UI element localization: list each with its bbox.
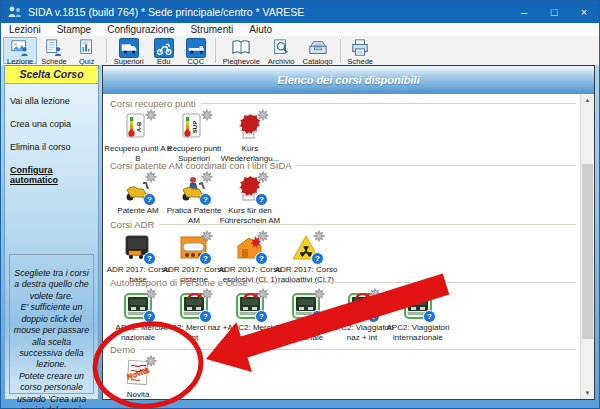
section-rule xyxy=(297,165,576,166)
course-item[interactable]: Kurs Wiedererlangu... xyxy=(222,112,278,163)
catalog-drawer-icon xyxy=(308,39,328,57)
toolbar-button-archivio[interactable]: Archivio xyxy=(264,37,299,64)
course-item[interactable]: ? Pratica Patente AM xyxy=(166,174,222,225)
course-item[interactable]: ? Patente AM xyxy=(110,174,166,225)
question-badge-icon: ? xyxy=(199,252,212,265)
gear-icon xyxy=(425,286,437,298)
section-rule xyxy=(253,282,576,283)
scooter-course-icon: ? xyxy=(123,174,153,204)
menu-item-aiuto[interactable]: Aiuto xyxy=(241,24,280,35)
gear-icon xyxy=(257,286,269,298)
toolbar-button-pieghevole[interactable]: Pieghevole xyxy=(219,37,264,64)
course-item[interactable]: ? Kurs für den Führerschein AM xyxy=(222,174,278,225)
course-item[interactable]: ? APC2: Viaggiatori naz + int xyxy=(334,291,390,342)
section-corsi-patente-am: Corsi patente AM coordinati con i libri … xyxy=(110,160,576,225)
app-icon xyxy=(7,5,23,19)
question-badge-icon: ? xyxy=(255,252,268,265)
question-badge-icon: ? xyxy=(255,193,268,206)
scrollbar[interactable]: ▲ ▼ xyxy=(580,94,594,399)
toolbar-button-cqc[interactable]: CQC xyxy=(180,37,212,64)
toolbar-button-superiori[interactable]: Superiori xyxy=(110,37,148,64)
adr-radioattivi-icon: ? xyxy=(291,233,321,263)
menu-item-configurazione[interactable]: Configurazione xyxy=(99,24,182,35)
menu-item-stampe[interactable]: Stampe xyxy=(49,24,99,35)
gear-icon xyxy=(257,169,269,181)
toolbar-button-edu[interactable]: Edu xyxy=(148,37,180,64)
question-badge-icon: ? xyxy=(423,310,436,323)
question-badge-icon: ? xyxy=(143,252,156,265)
window-title: SIDA v.1815 (build 764) * Sede principal… xyxy=(28,6,509,18)
sidebar-link-vai-alla-lezione[interactable]: Vai alla lezione xyxy=(5,96,98,119)
quiz-icon xyxy=(78,39,96,57)
app-window: SIDA v.1815 (build 764) * Sede principal… xyxy=(0,0,600,409)
novita-icon: Novità xyxy=(123,358,153,388)
maximize-button[interactable]: □ xyxy=(539,1,569,23)
svg-text:SUP: SUP xyxy=(192,121,198,133)
sidebar-link-configura-automatico[interactable]: Configura automatico xyxy=(5,165,98,198)
scroll-up-icon[interactable]: ▲ xyxy=(581,94,594,106)
scroll-down-icon[interactable]: ▼ xyxy=(581,387,594,399)
cards-icon xyxy=(45,39,63,57)
toolbar-button-lezione[interactable]: Lezione xyxy=(3,37,37,64)
sidebar-link-crea-una-copia[interactable]: Crea una copia xyxy=(5,119,98,142)
gear-icon xyxy=(145,286,157,298)
menu-item-strumenti[interactable]: Strumenti xyxy=(182,24,241,35)
sidebar: Scelta Corso Vai alla lezione Crea una c… xyxy=(4,65,99,400)
course-item[interactable]: A-B Recupero punti A e B xyxy=(110,112,166,163)
toolbar-button-quiz[interactable]: Quiz xyxy=(71,37,103,64)
section-title: Demo xyxy=(110,344,135,355)
gear-icon xyxy=(313,286,325,298)
lesson-icon xyxy=(11,39,29,57)
section-title: Autotrasporto di Persone e Cose xyxy=(110,277,248,288)
section-rule xyxy=(201,103,576,104)
course-item[interactable]: SUP Recupero punti Superiori xyxy=(166,112,222,163)
section-demo: Demo Novità Novità xyxy=(110,344,576,399)
eagle-course-icon xyxy=(235,112,265,142)
toolbar-button-catalogo[interactable]: Catalogo xyxy=(299,37,337,64)
adr-base-icon: ? xyxy=(123,233,153,263)
book-icon xyxy=(231,39,251,57)
course-item[interactable]: ? APC2: Viaggiatori nazionale xyxy=(278,291,334,342)
close-button[interactable]: × xyxy=(569,1,599,23)
gear-icon xyxy=(145,107,157,119)
menu-item-lezioni[interactable]: Lezioni xyxy=(1,24,49,35)
printer-icon xyxy=(351,39,369,57)
apc-truck-icon: ? xyxy=(179,291,209,321)
panel-header: Elenco dei corsi disponibili xyxy=(103,66,594,95)
sidebar-link-elimina-il-corso[interactable]: Elimina il corso xyxy=(5,142,98,165)
scooter-icon xyxy=(154,39,174,57)
course-item-label: APC2: Viaggiatori internazionale xyxy=(384,323,452,342)
sidebar-title: Scelta Corso xyxy=(5,66,98,84)
course-item[interactable]: ? APC2: Merci naz + int xyxy=(166,291,222,342)
toolbar-button-schede-stampa[interactable]: Schede xyxy=(344,37,377,64)
toolbar-separator xyxy=(106,39,107,63)
scroll-thumb[interactable] xyxy=(582,164,593,339)
apc-truck-icon: ? xyxy=(235,291,265,321)
apc-truck-icon: ? xyxy=(291,291,321,321)
adr-cisterne-icon: ? xyxy=(179,233,209,263)
question-badge-icon: ? xyxy=(199,193,212,206)
recupero-punti-sup-icon: SUP xyxy=(179,112,209,142)
gear-icon xyxy=(257,228,269,240)
course-item[interactable]: ? APC2: Merci nazionale xyxy=(110,291,166,342)
question-badge-icon: ? xyxy=(143,310,156,323)
titlebar: SIDA v.1815 (build 764) * Sede principal… xyxy=(1,1,599,23)
question-badge-icon: ? xyxy=(255,310,268,323)
menubar: Lezioni Stampe Configurazione Strumenti … xyxy=(1,23,599,37)
course-item[interactable]: ? APC2: Viaggiatori internazionale xyxy=(390,291,446,342)
gear-icon xyxy=(369,286,381,298)
course-item[interactable]: Novità Novità xyxy=(110,358,166,399)
question-badge-icon: ? xyxy=(199,310,212,323)
recupero-punti-ab-icon: A-B xyxy=(123,112,153,142)
document-search-icon xyxy=(272,39,290,57)
svg-text:A-B: A-B xyxy=(136,121,142,132)
minimize-button[interactable]: – xyxy=(509,1,539,23)
apc-truck-icon: ? xyxy=(123,291,153,321)
adr-esplosivi-icon: ? xyxy=(235,233,265,263)
apc-truck-icon: ? xyxy=(403,291,433,321)
course-item[interactable]: ? APC2: Merci internazionale xyxy=(222,291,278,342)
gear-icon xyxy=(201,107,213,119)
toolbar-button-schede[interactable]: Schede xyxy=(37,37,70,64)
gear-icon xyxy=(257,107,269,119)
gear-icon xyxy=(201,228,213,240)
